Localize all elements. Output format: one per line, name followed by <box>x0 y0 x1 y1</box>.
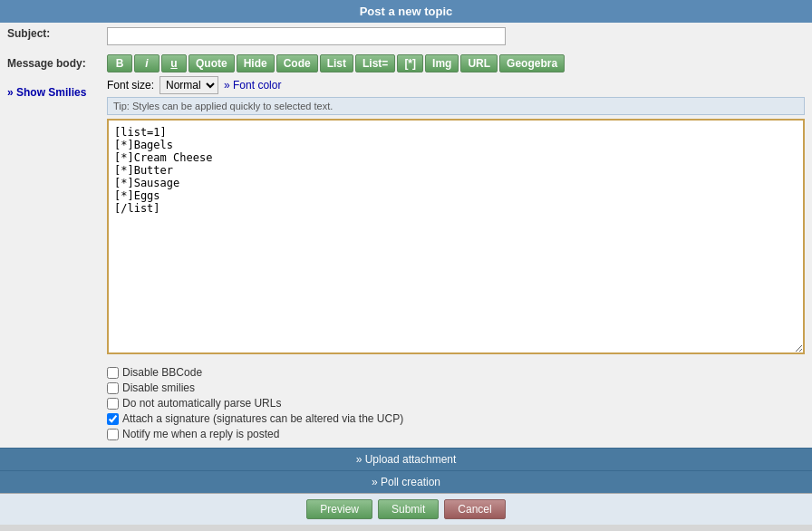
bold-button[interactable]: B <box>107 54 132 72</box>
page-title: Post a new topic <box>0 0 812 23</box>
attach-signature-checkbox[interactable] <box>107 413 119 425</box>
hide-button[interactable]: Hide <box>237 54 275 72</box>
listitem-button[interactable]: [*] <box>397 54 423 72</box>
bottom-buttons-bar: Preview Submit Cancel <box>0 493 812 525</box>
disable-bbcode-label: Disable BBCode <box>122 366 202 379</box>
geogebra-button[interactable]: Geogebra <box>499 54 565 72</box>
italic-button[interactable]: i <box>134 54 160 72</box>
subject-label: Subject: <box>0 23 100 50</box>
font-size-select[interactable]: Tiny Small Normal Large Huge <box>160 76 218 94</box>
preview-button[interactable]: Preview <box>306 499 372 519</box>
underline-button[interactable]: u <box>161 54 187 72</box>
formatting-toolbar: B i u Quote Hide Code List List= [*] Img… <box>107 54 805 72</box>
subject-input[interactable] <box>107 27 506 45</box>
disable-smilies-checkbox[interactable] <box>107 382 119 394</box>
notify-reply-checkbox[interactable] <box>107 429 119 440</box>
url-button[interactable]: URL <box>460 54 498 72</box>
img-button[interactable]: Img <box>425 54 459 72</box>
disable-bbcode-checkbox[interactable] <box>107 367 119 379</box>
attach-signature-label: Attach a signature (signatures can be al… <box>122 412 403 425</box>
notify-reply-label: Notify me when a reply is posted <box>122 428 279 440</box>
code-button[interactable]: Code <box>276 54 318 72</box>
submit-button[interactable]: Submit <box>378 499 439 519</box>
list-eq-button[interactable]: List= <box>355 54 395 72</box>
upload-attachment-link[interactable]: » Upload attachment <box>356 453 457 466</box>
font-color-link[interactable]: » Font color <box>224 79 281 92</box>
poll-creation-bar[interactable]: » Poll creation <box>0 470 812 493</box>
disable-smilies-label: Disable smilies <box>122 381 195 394</box>
no-parse-urls-label: Do not automatically parse URLs <box>122 397 281 410</box>
show-smilies-link[interactable]: » Show Smilies <box>7 86 92 99</box>
message-body-label: Message body: <box>7 57 86 70</box>
quote-button[interactable]: Quote <box>188 54 235 72</box>
upload-attachment-bar[interactable]: » Upload attachment <box>0 448 812 470</box>
font-size-label: Font size: <box>107 79 154 92</box>
cancel-button[interactable]: Cancel <box>444 499 505 519</box>
no-parse-urls-checkbox[interactable] <box>107 398 119 410</box>
tip-bar: Tip: Styles can be applied quickly to se… <box>107 97 805 115</box>
poll-creation-link[interactable]: » Poll creation <box>372 476 440 488</box>
list-button[interactable]: List <box>320 54 353 72</box>
message-textarea[interactable] <box>107 119 805 354</box>
